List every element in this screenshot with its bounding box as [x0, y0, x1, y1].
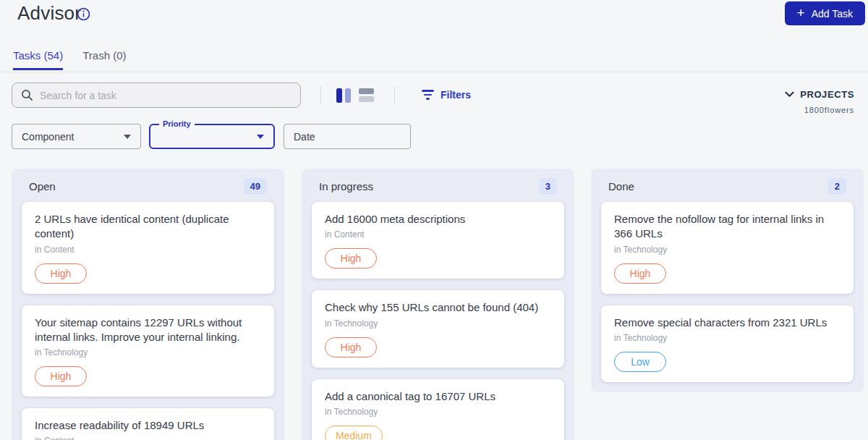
- task-category: in Technology: [614, 333, 841, 343]
- list-view-icon[interactable]: [359, 88, 374, 102]
- chevron-down-icon: [785, 91, 794, 98]
- caret-down-icon: [124, 135, 131, 139]
- task-priority-badge: High: [35, 366, 87, 386]
- task-category: in Content: [35, 245, 261, 255]
- column-header: In progress 3: [312, 177, 564, 195]
- task-title: Remove the nofollow tag for internal lin…: [614, 212, 841, 242]
- priority-filter-label: Priority: [159, 119, 195, 128]
- task-priority-badge: Low: [614, 352, 666, 372]
- priority-filter-dropdown[interactable]: Priority: [149, 124, 275, 149]
- task-card[interactable]: Your sitemap contains 12297 URLs without…: [22, 305, 274, 397]
- task-priority-badge: High: [35, 263, 87, 284]
- column-header: Open 49: [22, 177, 274, 195]
- column-cards: 2 URLs have identical content (duplicate…: [22, 202, 274, 440]
- kanban-board: Open 49 2 URLs have identical content (d…: [0, 169, 868, 440]
- task-category: in Technology: [614, 245, 841, 255]
- filters-button[interactable]: Filters: [422, 89, 471, 101]
- column-title: Done: [608, 180, 634, 192]
- column-count-badge: 2: [828, 178, 846, 195]
- task-card[interactable]: Remove special characters from 2321 URLs…: [601, 305, 854, 382]
- task-title: Remove special characters from 2321 URLs: [614, 316, 841, 330]
- info-icon[interactable]: [77, 7, 90, 21]
- tab-trash[interactable]: Trash (0): [82, 49, 126, 70]
- column-count-badge: 49: [244, 178, 267, 195]
- task-category: in Content: [325, 229, 551, 240]
- column-title: Open: [29, 180, 56, 192]
- task-category: in Technology: [35, 347, 261, 358]
- date-filter-label: Date: [294, 131, 315, 143]
- task-category: in Technology: [325, 407, 551, 417]
- filters-label: Filters: [441, 89, 471, 101]
- tab-bar: Tasks (54) Trash (0): [13, 49, 126, 70]
- task-title: Your sitemap contains 12297 URLs without…: [35, 316, 261, 345]
- task-search: [12, 82, 301, 108]
- add-task-label: Add Task: [812, 8, 853, 20]
- task-priority-badge: High: [614, 263, 666, 284]
- page-title: Advisor: [17, 2, 81, 25]
- task-card[interactable]: Increase readability of 18949 URLs in Co…: [22, 408, 274, 440]
- task-priority-badge: Medium: [325, 426, 383, 440]
- toolbar-divider: [394, 86, 395, 105]
- projects-label: PROJECTS: [800, 89, 854, 100]
- date-filter-field[interactable]: Date: [284, 124, 411, 149]
- task-card[interactable]: Add 16000 meta descriptions in Content H…: [312, 202, 564, 279]
- toolbar-divider: [320, 86, 321, 105]
- task-title: Add a canonical tag to 16707 URLs: [325, 389, 551, 404]
- kanban-column: In progress 3 Add 16000 meta description…: [302, 169, 574, 440]
- column-header: Done 2: [601, 177, 854, 195]
- task-title: Add 16000 meta descriptions: [325, 212, 551, 227]
- caret-down-icon: [257, 135, 264, 139]
- tabs-divider: [0, 72, 868, 72]
- task-title: 2 URLs have identical content (duplicate…: [35, 212, 261, 242]
- column-cards: Add 16000 meta descriptions in Content H…: [312, 202, 564, 440]
- task-card[interactable]: Check why 155 URLs cannot be found (404)…: [312, 290, 564, 367]
- kanban-column: Done 2 Remove the nofollow tag for inter…: [591, 169, 864, 392]
- search-icon: [21, 89, 33, 101]
- filter-icon: [422, 90, 434, 100]
- task-priority-badge: High: [325, 248, 377, 268]
- column-cards: Remove the nofollow tag for internal lin…: [601, 202, 854, 382]
- project-name: 1800flowers: [804, 106, 854, 114]
- column-count-badge: 3: [539, 178, 557, 195]
- task-card[interactable]: 2 URLs have identical content (duplicate…: [22, 202, 274, 294]
- component-filter-label: Component: [22, 131, 74, 143]
- component-filter-dropdown[interactable]: Component: [12, 124, 141, 149]
- add-task-button[interactable]: + Add Task: [785, 1, 865, 25]
- task-title: Increase readability of 18949 URLs: [35, 418, 261, 433]
- task-category: in Content: [35, 436, 261, 440]
- task-title: Check why 155 URLs cannot be found (404): [325, 300, 551, 315]
- projects-dropdown[interactable]: PROJECTS: [785, 89, 854, 100]
- tab-tasks[interactable]: Tasks (54): [13, 49, 63, 70]
- advisor-app: Advisor + Add Task Tasks (54) Trash (0) …: [0, 0, 868, 440]
- kanban-view-icon[interactable]: [336, 88, 351, 103]
- task-priority-badge: High: [325, 337, 377, 358]
- task-card[interactable]: Add a canonical tag to 16707 URLs in Tec…: [312, 379, 564, 440]
- kanban-column: Open 49 2 URLs have identical content (d…: [12, 169, 284, 440]
- plus-icon: +: [797, 6, 805, 20]
- search-input[interactable]: [40, 90, 292, 101]
- task-category: in Technology: [325, 318, 551, 329]
- task-card[interactable]: Remove the nofollow tag for internal lin…: [601, 202, 854, 294]
- column-title: In progress: [319, 180, 373, 192]
